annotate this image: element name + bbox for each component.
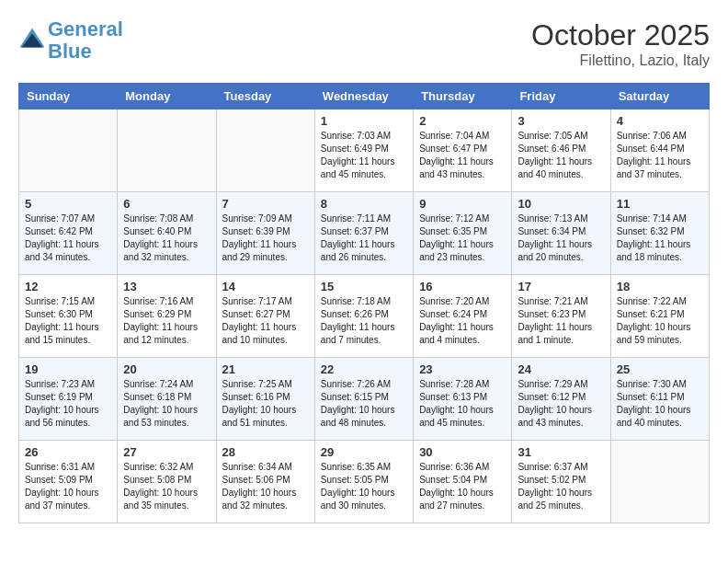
day-number: 12 <box>25 280 111 293</box>
cell-info: Sunrise: 7:09 AM Sunset: 6:39 PM Dayligh… <box>222 213 309 264</box>
calendar-cell: 2Sunrise: 7:04 AM Sunset: 6:47 PM Daylig… <box>414 109 512 192</box>
calendar-table: SundayMondayTuesdayWednesdayThursdayFrid… <box>18 83 710 523</box>
day-number: 24 <box>518 362 604 376</box>
cell-info: Sunrise: 7:17 AM Sunset: 6:27 PM Dayligh… <box>222 295 309 347</box>
day-number: 27 <box>123 445 210 459</box>
calendar-cell <box>19 109 118 192</box>
day-number: 13 <box>123 280 210 293</box>
cell-info: Sunrise: 7:21 AM Sunset: 6:23 PM Dayligh… <box>518 295 604 347</box>
calendar-cell <box>610 441 709 523</box>
calendar-cell: 23Sunrise: 7:28 AM Sunset: 6:13 PM Dayli… <box>414 358 512 441</box>
cell-info: Sunrise: 7:23 AM Sunset: 6:19 PM Dayligh… <box>25 378 111 430</box>
weekday-header-row: SundayMondayTuesdayWednesdayThursdayFrid… <box>19 84 710 109</box>
cell-info: Sunrise: 7:26 AM Sunset: 6:15 PM Dayligh… <box>321 378 407 430</box>
calendar-cell: 11Sunrise: 7:14 AM Sunset: 6:32 PM Dayli… <box>610 192 709 275</box>
day-number: 4 <box>617 114 703 128</box>
cell-info: Sunrise: 6:36 AM Sunset: 5:04 PM Dayligh… <box>419 461 506 512</box>
weekday-header-thursday: Thursday <box>414 84 512 109</box>
calendar-cell: 13Sunrise: 7:16 AM Sunset: 6:29 PM Dayli… <box>118 275 216 358</box>
weekday-header-wednesday: Wednesday <box>314 84 413 109</box>
calendar-cell: 16Sunrise: 7:20 AM Sunset: 6:24 PM Dayli… <box>414 275 512 358</box>
calendar-cell: 3Sunrise: 7:05 AM Sunset: 6:46 PM Daylig… <box>512 109 610 192</box>
calendar-cell: 30Sunrise: 6:36 AM Sunset: 5:04 PM Dayli… <box>414 441 512 523</box>
cell-info: Sunrise: 7:14 AM Sunset: 6:32 PM Dayligh… <box>617 213 703 264</box>
calendar-week-3: 12Sunrise: 7:15 AM Sunset: 6:30 PM Dayli… <box>19 275 710 358</box>
day-number: 3 <box>518 114 604 128</box>
day-number: 8 <box>321 197 407 211</box>
calendar-cell: 28Sunrise: 6:34 AM Sunset: 5:06 PM Dayli… <box>216 441 314 523</box>
day-number: 23 <box>419 362 506 376</box>
calendar-body: 1Sunrise: 7:03 AM Sunset: 6:49 PM Daylig… <box>19 109 710 523</box>
cell-info: Sunrise: 7:28 AM Sunset: 6:13 PM Dayligh… <box>419 378 506 430</box>
day-number: 21 <box>222 362 309 376</box>
calendar-cell: 22Sunrise: 7:26 AM Sunset: 6:15 PM Dayli… <box>314 358 413 441</box>
day-number: 7 <box>222 197 309 211</box>
calendar-cell: 17Sunrise: 7:21 AM Sunset: 6:23 PM Dayli… <box>512 275 610 358</box>
cell-info: Sunrise: 7:20 AM Sunset: 6:24 PM Dayligh… <box>419 295 506 347</box>
day-number: 15 <box>321 280 407 293</box>
calendar-week-2: 5Sunrise: 7:07 AM Sunset: 6:42 PM Daylig… <box>19 192 710 275</box>
cell-info: Sunrise: 7:08 AM Sunset: 6:40 PM Dayligh… <box>123 213 210 264</box>
day-number: 25 <box>617 362 703 376</box>
calendar-cell: 29Sunrise: 6:35 AM Sunset: 5:05 PM Dayli… <box>314 441 413 523</box>
calendar-cell: 9Sunrise: 7:12 AM Sunset: 6:35 PM Daylig… <box>414 192 512 275</box>
calendar-cell: 12Sunrise: 7:15 AM Sunset: 6:30 PM Dayli… <box>19 275 118 358</box>
cell-info: Sunrise: 7:13 AM Sunset: 6:34 PM Dayligh… <box>518 213 604 264</box>
weekday-header-tuesday: Tuesday <box>216 84 314 109</box>
day-number: 20 <box>123 362 210 376</box>
day-number: 26 <box>25 445 111 459</box>
calendar-cell: 21Sunrise: 7:25 AM Sunset: 6:16 PM Dayli… <box>216 358 314 441</box>
weekday-header-saturday: Saturday <box>610 84 709 109</box>
location: Filettino, Lazio, Italy <box>531 52 710 69</box>
calendar-cell: 24Sunrise: 7:29 AM Sunset: 6:12 PM Dayli… <box>512 358 610 441</box>
cell-info: Sunrise: 7:12 AM Sunset: 6:35 PM Dayligh… <box>419 213 506 264</box>
weekday-header-monday: Monday <box>118 84 216 109</box>
day-number: 31 <box>518 445 604 459</box>
cell-info: Sunrise: 7:30 AM Sunset: 6:11 PM Dayligh… <box>617 378 703 430</box>
page-header: General Blue October 2025 Filettino, Laz… <box>18 18 710 69</box>
day-number: 11 <box>617 197 703 211</box>
cell-info: Sunrise: 6:34 AM Sunset: 5:06 PM Dayligh… <box>222 461 309 512</box>
cell-info: Sunrise: 6:35 AM Sunset: 5:05 PM Dayligh… <box>321 461 407 512</box>
calendar-cell: 20Sunrise: 7:24 AM Sunset: 6:18 PM Dayli… <box>118 358 216 441</box>
cell-info: Sunrise: 7:18 AM Sunset: 6:26 PM Dayligh… <box>321 295 407 347</box>
calendar-cell: 6Sunrise: 7:08 AM Sunset: 6:40 PM Daylig… <box>118 192 216 275</box>
calendar-cell: 4Sunrise: 7:06 AM Sunset: 6:44 PM Daylig… <box>610 109 709 192</box>
cell-info: Sunrise: 7:15 AM Sunset: 6:30 PM Dayligh… <box>25 295 111 347</box>
calendar-cell: 18Sunrise: 7:22 AM Sunset: 6:21 PM Dayli… <box>610 275 709 358</box>
cell-info: Sunrise: 6:31 AM Sunset: 5:09 PM Dayligh… <box>25 461 111 512</box>
day-number: 10 <box>518 197 604 211</box>
day-number: 17 <box>518 280 604 293</box>
calendar-cell: 19Sunrise: 7:23 AM Sunset: 6:19 PM Dayli… <box>19 358 118 441</box>
logo-icon <box>18 27 46 54</box>
calendar-cell: 27Sunrise: 6:32 AM Sunset: 5:08 PM Dayli… <box>118 441 216 523</box>
calendar-cell: 5Sunrise: 7:07 AM Sunset: 6:42 PM Daylig… <box>19 192 118 275</box>
calendar-cell: 1Sunrise: 7:03 AM Sunset: 6:49 PM Daylig… <box>314 109 413 192</box>
cell-info: Sunrise: 7:11 AM Sunset: 6:37 PM Dayligh… <box>321 213 407 264</box>
day-number: 5 <box>25 197 111 211</box>
cell-info: Sunrise: 7:25 AM Sunset: 6:16 PM Dayligh… <box>222 378 309 430</box>
cell-info: Sunrise: 7:04 AM Sunset: 6:47 PM Dayligh… <box>419 130 506 181</box>
calendar-cell: 25Sunrise: 7:30 AM Sunset: 6:11 PM Dayli… <box>610 358 709 441</box>
calendar-week-5: 26Sunrise: 6:31 AM Sunset: 5:09 PM Dayli… <box>19 441 710 523</box>
weekday-header-sunday: Sunday <box>19 84 118 109</box>
cell-info: Sunrise: 7:24 AM Sunset: 6:18 PM Dayligh… <box>123 378 210 430</box>
day-number: 6 <box>123 197 210 211</box>
cell-info: Sunrise: 7:29 AM Sunset: 6:12 PM Dayligh… <box>518 378 604 430</box>
cell-info: Sunrise: 6:32 AM Sunset: 5:08 PM Dayligh… <box>123 461 210 512</box>
day-number: 2 <box>419 114 506 128</box>
logo-text: General Blue <box>48 18 123 63</box>
cell-info: Sunrise: 6:37 AM Sunset: 5:02 PM Dayligh… <box>518 461 604 512</box>
weekday-header-friday: Friday <box>512 84 610 109</box>
day-number: 14 <box>222 280 309 293</box>
day-number: 19 <box>25 362 111 376</box>
day-number: 30 <box>419 445 506 459</box>
calendar-cell: 31Sunrise: 6:37 AM Sunset: 5:02 PM Dayli… <box>512 441 610 523</box>
cell-info: Sunrise: 7:07 AM Sunset: 6:42 PM Dayligh… <box>25 213 111 264</box>
logo: General Blue <box>18 18 123 63</box>
calendar-cell <box>216 109 314 192</box>
calendar-cell: 26Sunrise: 6:31 AM Sunset: 5:09 PM Dayli… <box>19 441 118 523</box>
calendar-cell: 7Sunrise: 7:09 AM Sunset: 6:39 PM Daylig… <box>216 192 314 275</box>
calendar-cell: 15Sunrise: 7:18 AM Sunset: 6:26 PM Dayli… <box>314 275 413 358</box>
calendar-week-1: 1Sunrise: 7:03 AM Sunset: 6:49 PM Daylig… <box>19 109 710 192</box>
